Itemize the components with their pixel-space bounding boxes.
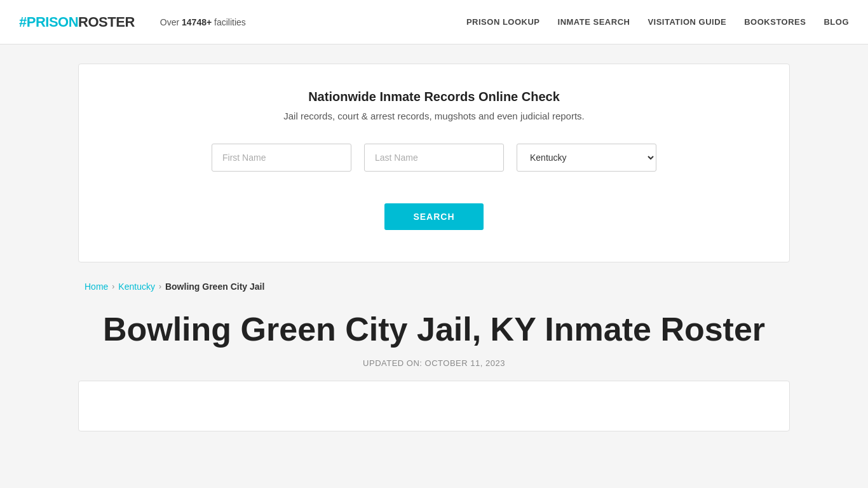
nav-visitation-guide[interactable]: VISITATION GUIDE [648, 17, 726, 27]
nav-inmate-search[interactable]: INMATE SEARCH [558, 17, 630, 27]
breadcrumb-home[interactable]: Home [85, 281, 108, 292]
breadcrumb: Home › Kentucky › Bowling Green City Jai… [78, 281, 790, 292]
main-content: Nationwide Inmate Records Online Check J… [0, 64, 868, 431]
breadcrumb-current: Bowling Green City Jail [165, 281, 264, 292]
search-title: Nationwide Inmate Records Online Check [104, 90, 764, 104]
logo-prison: PRISON [27, 14, 78, 30]
logo-roster: ROSTER [78, 14, 135, 30]
logo-hash: # [19, 14, 27, 30]
nav-bookstores[interactable]: BOOKSTORES [744, 17, 806, 27]
search-button[interactable]: SEARCH [384, 203, 483, 230]
search-subtitle: Jail records, court & arrest records, mu… [104, 111, 764, 121]
search-form: Kentucky Alabama Alaska Arizona Arkansas… [104, 144, 764, 230]
breadcrumb-sep-1: › [112, 282, 114, 291]
breadcrumb-state[interactable]: Kentucky [118, 281, 155, 292]
search-inputs-row: Kentucky Alabama Alaska Arizona Arkansas… [104, 144, 764, 172]
search-button-row: SEARCH [104, 191, 764, 230]
page-updated-date: UPDATED ON: OCTOBER 11, 2023 [91, 358, 777, 368]
page-title-section: Bowling Green City Jail, KY Inmate Roste… [78, 311, 790, 368]
last-name-input[interactable] [364, 144, 504, 172]
page-title: Bowling Green City Jail, KY Inmate Roste… [91, 311, 777, 349]
site-header: #PRISONROSTER Over 14748+ facilities PRI… [0, 0, 868, 44]
site-logo[interactable]: #PRISONROSTER [19, 14, 135, 30]
search-section: Nationwide Inmate Records Online Check J… [78, 64, 790, 262]
first-name-input[interactable] [212, 144, 351, 172]
nav-prison-lookup[interactable]: PRISON LOOKUP [466, 17, 540, 27]
main-nav: PRISON LOOKUP INMATE SEARCH VISITATION G… [466, 17, 849, 27]
content-card [78, 381, 790, 431]
nav-blog[interactable]: BLOG [824, 17, 849, 27]
breadcrumb-sep-2: › [159, 282, 161, 291]
facilities-number: 14748+ [182, 17, 212, 27]
facilities-count-label: Over 14748+ facilities [160, 17, 246, 27]
state-select[interactable]: Kentucky Alabama Alaska Arizona Arkansas… [517, 144, 656, 172]
